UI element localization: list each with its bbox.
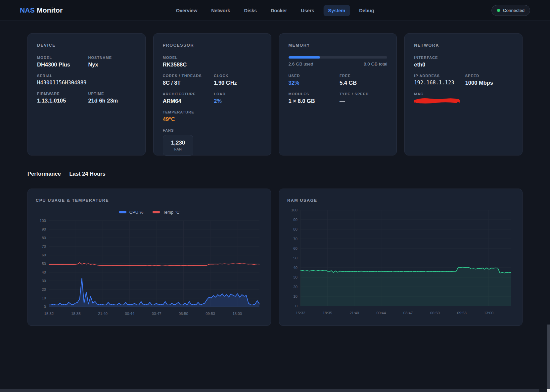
legend-label: CPU % bbox=[129, 210, 144, 215]
nav-item-debug[interactable]: Debug bbox=[354, 5, 379, 16]
nav-item-disks[interactable]: Disks bbox=[239, 5, 261, 16]
field-value: 1000 Mbps bbox=[465, 80, 513, 86]
svg-text:60: 60 bbox=[42, 253, 46, 257]
ram-chart-card: RAM USAGE 010203040506070809010015:3218:… bbox=[279, 189, 523, 326]
memory-bar-labels: 2.6 GB used 8.0 GB total bbox=[289, 62, 388, 66]
svg-text:18:35: 18:35 bbox=[71, 312, 81, 316]
field-value: 21d 6h 23m bbox=[88, 98, 136, 104]
field-uptime: UPTIME 21d 6h 23m bbox=[88, 92, 136, 104]
svg-text:0: 0 bbox=[44, 305, 46, 309]
legend-label: Temp °C bbox=[163, 210, 179, 215]
status-label: Connected bbox=[503, 8, 525, 13]
redaction-scribble-icon bbox=[414, 97, 460, 105]
horizontal-scrollbar-track[interactable] bbox=[0, 389, 550, 392]
cpu-usage-temperature-chart: 010203040506070809010015:3218:3521:4000:… bbox=[36, 218, 262, 317]
network-card: NETWORK INTERFACE eth0 IP ADDRESS 192.16… bbox=[404, 33, 523, 155]
field-label: HOSTNAME bbox=[88, 56, 136, 60]
svg-text:70: 70 bbox=[293, 237, 298, 241]
svg-text:18:35: 18:35 bbox=[323, 311, 332, 315]
legend-swatch-icon bbox=[153, 211, 160, 213]
field-value: 8C / 8T bbox=[163, 80, 210, 86]
field-cpu-model: MODEL RK3588C bbox=[163, 56, 262, 68]
field-label: UPTIME bbox=[88, 92, 136, 96]
svg-text:40: 40 bbox=[42, 270, 46, 274]
fan-speed-box: 1,230 FAN bbox=[163, 135, 194, 156]
svg-text:00:44: 00:44 bbox=[125, 312, 134, 316]
status-dot-icon bbox=[497, 9, 500, 12]
field-firmware: FIRMWARE 1.13.1.0105 bbox=[37, 92, 85, 104]
nav-item-system[interactable]: System bbox=[324, 5, 350, 16]
connection-status-badge: Connected bbox=[491, 5, 530, 16]
scrollbar-corner bbox=[547, 389, 550, 392]
cpu-chart-title: CPU USAGE & TEMPERATURE bbox=[36, 198, 263, 203]
nav-item-network[interactable]: Network bbox=[206, 5, 235, 16]
section-divider bbox=[27, 182, 523, 182]
nav-item-users[interactable]: Users bbox=[296, 5, 319, 16]
svg-text:10: 10 bbox=[42, 296, 46, 300]
svg-text:50: 50 bbox=[42, 262, 46, 266]
app-brand: NASMonitor bbox=[20, 6, 63, 14]
brand-secondary: Monitor bbox=[37, 6, 63, 14]
field-label: LOAD bbox=[214, 92, 261, 96]
memory-used-label: 2.6 GB used bbox=[289, 62, 313, 66]
field-value: 2% bbox=[214, 98, 261, 104]
field-mem-type-speed: TYPE / SPEED — bbox=[340, 92, 387, 104]
field-value: ARM64 bbox=[163, 98, 210, 104]
svg-text:21:40: 21:40 bbox=[98, 312, 108, 316]
brand-primary: NAS bbox=[20, 6, 35, 14]
svg-text:80: 80 bbox=[293, 227, 298, 231]
field-value: 1.13.1.0105 bbox=[37, 98, 85, 104]
field-label: ARCHITECTURE bbox=[163, 92, 210, 96]
mac-redacted-value bbox=[414, 97, 460, 105]
device-card: DEVICE MODEL DH4300 Plus HOSTNAME Nyx SE… bbox=[27, 33, 146, 155]
svg-text:20: 20 bbox=[293, 285, 298, 289]
svg-text:13:00: 13:00 bbox=[232, 312, 242, 316]
vertical-scrollbar-thumb[interactable] bbox=[547, 325, 550, 389]
field-mac: MAC bbox=[414, 92, 513, 105]
device-fields: MODEL DH4300 Plus HOSTNAME Nyx SERIAL H4… bbox=[37, 56, 136, 104]
field-label: FREE bbox=[340, 74, 387, 78]
field-architecture: ARCHITECTURE ARM64 bbox=[163, 92, 210, 104]
info-cards-row: DEVICE MODEL DH4300 Plus HOSTNAME Nyx SE… bbox=[27, 33, 523, 155]
field-value: 32% bbox=[289, 80, 336, 86]
main-nav: Overview Network Disks Docker Users Syst… bbox=[171, 0, 379, 21]
nav-item-docker[interactable]: Docker bbox=[266, 5, 292, 16]
field-value: 5.4 GB bbox=[340, 80, 387, 86]
network-card-title: NETWORK bbox=[414, 43, 513, 48]
svg-text:15:32: 15:32 bbox=[296, 311, 305, 315]
field-label: MODULES bbox=[289, 92, 336, 96]
field-value: RK3588C bbox=[163, 62, 262, 68]
field-label: TEMPERATURE bbox=[163, 110, 262, 114]
svg-text:20: 20 bbox=[42, 287, 46, 291]
field-label: MAC bbox=[414, 92, 513, 96]
ram-usage-chart: 010203040506070809010015:3218:3521:4000:… bbox=[287, 207, 513, 317]
horizontal-scrollbar-thumb[interactable] bbox=[0, 389, 539, 392]
svg-text:30: 30 bbox=[293, 275, 298, 279]
field-value: Nyx bbox=[88, 62, 136, 68]
svg-text:21:40: 21:40 bbox=[349, 311, 359, 315]
charts-row: CPU USAGE & TEMPERATURE CPU %Temp °C 010… bbox=[27, 189, 523, 326]
main-content: DEVICE MODEL DH4300 Plus HOSTNAME Nyx SE… bbox=[0, 33, 550, 326]
field-interface: INTERFACE eth0 bbox=[414, 56, 513, 68]
field-label: FIRMWARE bbox=[37, 92, 85, 96]
svg-text:0: 0 bbox=[296, 304, 298, 308]
fan-caption: FAN bbox=[171, 147, 185, 151]
memory-usage-bar bbox=[289, 56, 388, 59]
field-cores-threads: CORES / THREADS 8C / 8T bbox=[163, 74, 210, 86]
field-speed: SPEED 1000 Mbps bbox=[465, 74, 513, 86]
field-label: MODEL bbox=[37, 56, 85, 60]
field-ip-address: IP ADDRESS 192.168.1.123 bbox=[414, 74, 462, 86]
svg-text:100: 100 bbox=[40, 219, 46, 223]
memory-fields: USED 32% FREE 5.4 GB MODULES 1 × 8.0 GB … bbox=[289, 74, 388, 104]
processor-fields: MODEL RK3588C CORES / THREADS 8C / 8T CL… bbox=[163, 56, 262, 156]
legend-item[interactable]: Temp °C bbox=[153, 209, 179, 215]
svg-text:00:44: 00:44 bbox=[376, 311, 386, 315]
svg-text:06:50: 06:50 bbox=[430, 311, 440, 315]
svg-text:03:47: 03:47 bbox=[403, 311, 413, 315]
field-clock: CLOCK 1.90 GHz bbox=[214, 74, 261, 86]
svg-text:03:47: 03:47 bbox=[152, 312, 161, 316]
cpu-chart-legend: CPU %Temp °C bbox=[36, 209, 263, 215]
legend-item[interactable]: CPU % bbox=[119, 209, 144, 215]
field-mem-used: USED 32% bbox=[289, 74, 336, 86]
nav-item-overview[interactable]: Overview bbox=[171, 5, 202, 16]
